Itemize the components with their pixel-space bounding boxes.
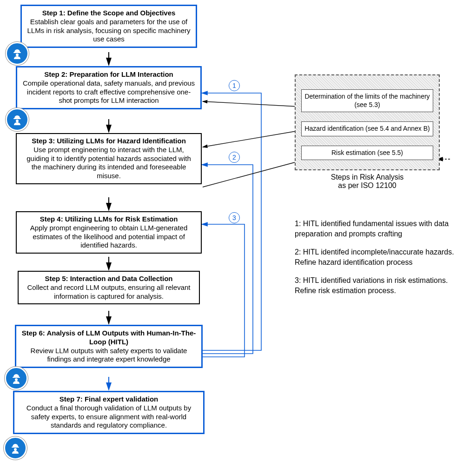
step-6-body: Review LLM outputs with safety experts t… [21, 347, 197, 364]
step-5-box: Step 5: Interaction and Data Collection … [18, 271, 200, 304]
svg-point-22 [14, 448, 17, 451]
iso-item-3: Risk estimation (see 5.5) [301, 146, 433, 161]
safety-person-icon [6, 42, 29, 65]
svg-line-13 [203, 129, 307, 147]
step-3-box: Step 3: Utilizing LLMs for Hazard Identi… [16, 133, 202, 184]
svg-point-18 [16, 120, 19, 122]
step-6-box: Step 6: Analysis of LLM Outputs with Hum… [15, 325, 203, 368]
step-5-body: Collect and record LLM outputs, ensuring… [23, 283, 194, 301]
step-1-title: Step 1: Define the Scope and Objectives [26, 9, 191, 18]
feedback-badge-1: 1 [229, 80, 240, 91]
step-2-box: Step 2: Preparation for LLM Interaction … [16, 66, 202, 109]
svg-line-14 [203, 159, 307, 187]
safety-person-icon [4, 436, 27, 460]
svg-rect-17 [13, 118, 21, 119]
step-5-title: Step 5: Interaction and Data Collection [23, 275, 194, 283]
step-3-title: Step 3: Utilizing LLMs for Hazard Identi… [21, 137, 196, 146]
step-1-box: Step 1: Define the Scope and Objectives … [20, 5, 197, 48]
step-7-box: Step 7: Final expert validation Conduct … [13, 391, 205, 434]
diagram-canvas: Step 1: Define the Scope and Objectives … [0, 0, 476, 469]
step-7-body: Conduct a final thorough validation of L… [19, 404, 198, 430]
step-2-body: Compile operational data, safety manuals… [22, 79, 196, 105]
step-4-body: Apply prompt engineering to obtain LLM-g… [21, 224, 196, 250]
feedback-badge-2: 2 [229, 152, 240, 163]
iso-panel: Determination of the limits of the machi… [295, 74, 440, 170]
svg-line-12 [203, 101, 307, 107]
svg-rect-15 [13, 52, 21, 53]
legend: 1: HITL identified fundamental issues wi… [295, 219, 457, 304]
iso-item-1: Determination of the limits of the machi… [301, 89, 433, 112]
step-2-title: Step 2: Preparation for LLM Interaction [22, 70, 196, 79]
safety-person-icon [6, 108, 29, 131]
iso-caption-line1: Steps in Risk Analysis [331, 173, 404, 181]
step-6-title: Step 6: Analysis of LLM Outputs with Hum… [21, 329, 197, 347]
iso-item-2: Hazard identification (see 5.4 and Annex… [301, 121, 433, 136]
legend-entry-2: 2: HITL identifed incomplete/inaccurate … [295, 247, 457, 267]
step-4-box: Step 4: Utilizing LLMs for Risk Estimati… [16, 211, 202, 254]
feedback-badge-3: 3 [229, 212, 240, 223]
svg-rect-19 [13, 377, 20, 378]
legend-entry-1: 1: HITL identified fundamental issues wi… [295, 219, 457, 239]
step-1-body: Establish clear goals and parameters for… [26, 18, 191, 44]
iso-caption: Steps in Risk Analysis as per ISO 12100 [298, 173, 437, 190]
svg-point-20 [15, 378, 18, 381]
step-3-body: Use prompt engineering to interact with … [21, 146, 196, 181]
iso-caption-line2: as per ISO 12100 [338, 181, 396, 189]
legend-entry-3: 3: HITL identified variations in risk es… [295, 275, 457, 295]
safety-person-icon [5, 367, 28, 390]
step-4-title: Step 4: Utilizing LLMs for Risk Estimati… [21, 215, 196, 224]
step-7-title: Step 7: Final expert validation [19, 395, 198, 404]
svg-rect-21 [12, 447, 19, 448]
svg-point-16 [16, 54, 19, 56]
